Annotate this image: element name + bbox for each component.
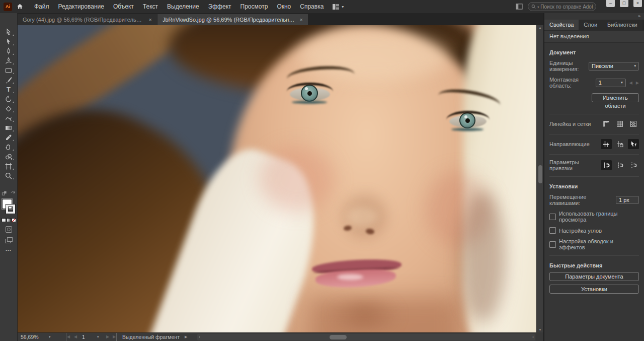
type-icon: T [7,86,11,93]
document-setup-toggle-icon[interactable] [516,4,523,10]
scale-strokes-effects-label: Настройка обводок и эффектов [559,238,639,250]
close-tab-icon[interactable]: × [149,17,152,23]
horizontal-scrollbar[interactable]: ‹ › [197,334,535,340]
next-artboard-button[interactable]: ▶ [106,333,109,341]
previous-artboard-icon[interactable]: ◀ [629,81,632,85]
minimize-button[interactable]: – [606,0,615,7]
scale-strokes-effects-checkbox[interactable] [549,241,556,248]
pen-tool[interactable] [2,46,15,56]
document-tab-active[interactable]: JbRnVkwdSo.jpg @ 56,69% (RGB/Предварител… [157,14,308,25]
gradient-button[interactable] [7,218,11,222]
type-tool[interactable]: T [2,85,15,94]
gradient-tool[interactable] [2,123,15,132]
scroll-down-icon[interactable]: ▼ [537,328,543,331]
tab-layers[interactable]: Слои [579,20,602,30]
ruler-corner-icon[interactable] [601,119,612,129]
zoom-tool[interactable] [2,171,15,180]
rotate-tool[interactable] [2,94,15,104]
home-icon[interactable] [16,3,24,10]
rotate-view-icon[interactable] [10,190,16,196]
menu-effect[interactable]: Эффект [204,0,236,13]
scroll-left-icon[interactable]: ‹ [199,334,200,340]
rectangle-tool[interactable] [2,65,15,75]
color-button[interactable] [2,218,6,222]
first-artboard-button[interactable]: ◀ [66,333,70,341]
document-tabbar: » Gory (44).jpg @ 56,69% (RGB/Предварите… [0,13,543,25]
draw-mode-icon[interactable] [6,226,12,233]
menu-edit[interactable]: Редактирование [54,0,109,13]
screen-mode-icon[interactable] [5,237,12,243]
units-select[interactable]: Пиксели ▾ [589,62,639,71]
menu-file[interactable]: Файл [30,0,54,13]
canvas-photo[interactable] [18,25,536,332]
preferences-button[interactable]: Установки [549,285,639,294]
scroll-right-icon[interactable]: › [532,334,534,340]
close-tab-icon[interactable]: × [300,17,303,23]
menu-help[interactable]: Справка [295,0,328,13]
none-button[interactable] [12,218,16,222]
chevron-down-icon: ▾ [621,81,623,85]
tab-properties[interactable]: Свойства [544,20,579,30]
use-preview-bounds-checkbox[interactable] [549,214,556,220]
shaper-tool[interactable] [2,113,15,123]
next-artboard-icon[interactable]: ▶ [636,81,639,85]
snap-to-pixel-icon[interactable] [614,160,625,170]
chevron-down-icon: ▾ [634,64,636,68]
close-button[interactable]: × [633,0,642,7]
edit-artboards-button[interactable]: Изменить области [592,93,639,102]
direct-selection-tool[interactable] [2,37,15,46]
workspace-switcher[interactable]: ▾ [332,4,344,10]
lock-guides-icon[interactable] [614,139,625,149]
artboard-tool[interactable] [2,161,15,171]
menu-object[interactable]: Объект [109,0,138,13]
grid-icon[interactable] [614,119,625,129]
keyboard-increment-input[interactable]: 1 px [616,196,639,204]
pixel-grid-icon[interactable] [628,119,639,129]
menu-window[interactable]: Окно [272,0,295,13]
photo-jaw-shadow [460,191,506,322]
guides-icon[interactable] [601,139,612,149]
help-search-input[interactable]: ▾ Поиск по справке Adobe [528,2,596,11]
status-display[interactable]: Выделенный фрагмент [118,333,184,341]
eraser-tool[interactable] [2,104,15,113]
eyedropper-tool[interactable] [2,132,15,142]
previous-artboard-button[interactable]: ◀ [74,333,77,341]
rotate-icon [5,95,13,103]
menu-type[interactable]: Текст [138,0,163,13]
stroke-swatch[interactable] [6,204,15,214]
shaper-icon [5,114,13,122]
artboard-number[interactable]: 1 [82,333,85,341]
document-tab[interactable]: Gory (44).jpg @ 56,69% (RGB/Предваритель… [18,14,157,25]
scroll-up-icon[interactable]: ▲ [537,26,543,29]
status-flyout-icon[interactable]: ▶ [185,333,187,341]
swap-fill-stroke-icon[interactable] [2,190,7,196]
zoom-chevron-icon[interactable]: ▾ [49,333,51,341]
vertical-scrollbar[interactable]: ▲ ▼ [536,25,543,332]
zoom-level[interactable]: 56,69% [21,333,39,341]
smart-guides-icon[interactable] [628,139,639,149]
zoom-icon [5,172,13,180]
curvature-tool[interactable] [2,56,15,65]
menu-select[interactable]: Выделение [163,0,204,13]
hand-tool[interactable] [2,142,15,152]
statusbar: 56,69% ▾ ◀ ◀ 1 ▾ ▶ ▶ Выделенный фрагмент… [18,332,536,341]
menu-view[interactable]: Просмотр [236,0,273,13]
panel-collapse-icon[interactable]: » [544,13,644,20]
vertical-scrollbar-thumb[interactable] [538,165,542,183]
last-artboard-button[interactable]: ▶ [113,333,117,341]
paintbrush-tool[interactable] [2,75,15,85]
selection-tool[interactable] [2,27,15,37]
artboard-select[interactable]: 1 ▾ [596,79,626,87]
document-setup-button[interactable]: Параметры документа [549,272,639,281]
horizontal-scrollbar-thumb[interactable] [330,335,347,339]
snap-to-point-icon[interactable] [628,160,639,170]
preferences-section-title: Установки [549,183,639,189]
more-tools[interactable]: ••• [6,248,11,252]
scale-corners-checkbox[interactable] [549,227,556,234]
artboard-chevron-icon[interactable]: ▾ [97,333,99,341]
shape-builder-tool[interactable] [2,152,15,161]
tab-libraries[interactable]: Библиотеки [602,20,642,30]
maximize-button[interactable]: □ [620,0,628,7]
snap-to-grid-icon[interactable] [601,160,612,170]
photo-eye-right [446,110,490,132]
